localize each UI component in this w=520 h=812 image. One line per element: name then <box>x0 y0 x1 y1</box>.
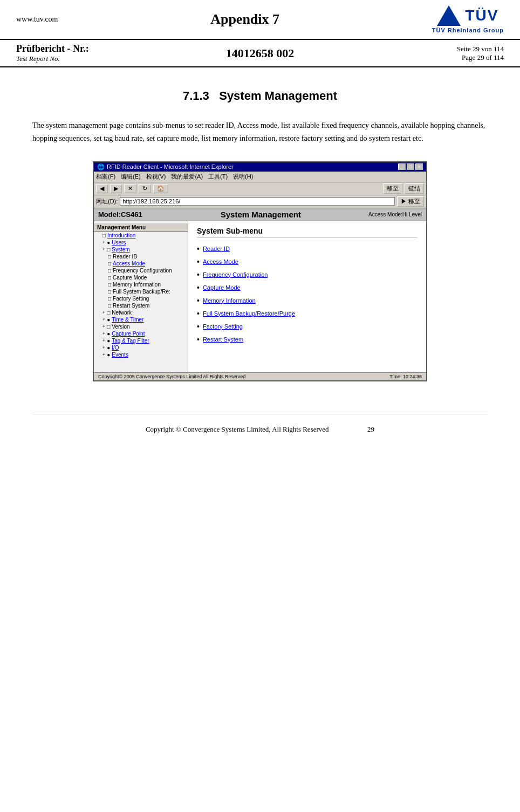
sidebar-link-io[interactable]: I/O <box>112 345 119 351</box>
screenshot-container: 🌐 RFID Reader Client - Microsoft Interne… <box>93 161 427 381</box>
sidebar-link-accessmode[interactable]: Access Mode <box>113 261 145 267</box>
sidebar-item-factory[interactable]: □ Factory Setting <box>94 295 188 302</box>
sidebar-link-timetimer[interactable]: Time & Timer <box>112 317 143 323</box>
menu-tools[interactable]: 工具(T) <box>208 173 228 181</box>
sidebar-label-readerid: Reader ID <box>113 254 138 260</box>
sidebar-item-system[interactable]: + □ System <box>94 246 188 253</box>
menu-file[interactable]: 档案(F) <box>96 173 115 181</box>
submenu-link-accessmode[interactable]: Access Mode <box>203 258 238 265</box>
main-panel-title: System Sub-menu <box>197 227 418 238</box>
plus-icon-tagfilter: + <box>102 338 105 343</box>
sidebar-item-fullbackup[interactable]: □ Full System Backup/Re: <box>94 288 188 295</box>
bullet-restart: • <box>197 335 200 344</box>
tuv-rheinland-label: TÜV Rheinland Group <box>432 27 504 33</box>
app-model-label: Model:CS461 <box>98 210 142 219</box>
submenu-link-restart[interactable]: Restart System <box>203 336 243 343</box>
main-panel: System Sub-menu • Reader ID • Access Mod… <box>188 221 426 372</box>
sidebar-item-network[interactable]: + □ Network <box>94 309 188 316</box>
sidebar-label-capturemode: Capture Mode <box>113 275 147 281</box>
page-number: 29 <box>367 425 374 433</box>
sidebar-icon-network: □ <box>107 310 110 316</box>
bullet-capturemode: • <box>197 283 200 292</box>
page-header: www.tuv.com Appendix 7 TÜV TÜV Rheinland… <box>0 0 520 40</box>
sidebar-icon-accessmode: □ <box>108 261 111 267</box>
sidebar-link-capturepoint[interactable]: Capture Point <box>112 331 145 337</box>
section-title: 7.1.3 System Management <box>32 89 488 103</box>
app-area: Model:CS461 System Management Access Mod… <box>94 208 426 380</box>
forward-button[interactable]: ▶ <box>110 184 122 193</box>
sidebar-link-system[interactable]: System <box>112 247 129 253</box>
sidebar-link-introduction[interactable]: Introduction <box>107 233 135 238</box>
sidebar-item-users[interactable]: + ● Users <box>94 239 188 246</box>
sidebar-label-memoryinfo: Memory Information <box>113 282 161 288</box>
sidebar-item-restart[interactable]: □ Restart System <box>94 302 188 309</box>
ie-win-controls[interactable]: _ □ × <box>398 163 423 170</box>
goto-button[interactable]: 移至 <box>383 183 402 194</box>
submenu-item-capturemode: • Capture Mode <box>197 283 418 292</box>
back-button[interactable]: ◀ <box>96 184 108 193</box>
address-input[interactable] <box>120 197 395 206</box>
appendix-title: Appendix 7 <box>210 11 279 28</box>
sidebar-item-introduction[interactable]: □ Introduction <box>94 232 188 239</box>
sidebar-icon-events: ● <box>107 352 110 358</box>
sidebar-item-capturepoint[interactable]: + ● Capture Point <box>94 330 188 337</box>
footer-time-value: 10:24:36 <box>403 374 422 379</box>
sidebar-label-network: Network <box>112 310 132 316</box>
bullet-factory: • <box>197 322 200 331</box>
sidebar-item-capturemode[interactable]: □ Capture Mode <box>94 274 188 281</box>
sidebar-item-freqconfig[interactable]: □ Frequency Configuration <box>94 267 188 274</box>
sidebar-icon-capturepoint: ● <box>107 331 110 337</box>
submenu-link-readerid[interactable]: Reader ID <box>203 245 230 252</box>
sidebar-label-factory: Factory Setting <box>113 296 149 302</box>
bullet-memoryinfo: • <box>197 296 200 305</box>
report-nr-label: Prüfbericht - Nr.: <box>16 43 179 54</box>
app-footer: Copyright© 2005 Convergence Systems Limi… <box>94 372 426 380</box>
website-label: www.tuv.com <box>16 15 58 24</box>
submenu-link-freqconfig[interactable]: Frequency Configuration <box>203 271 268 278</box>
sidebar-item-tagfilter[interactable]: + ● Tag & Tag Filter <box>94 337 188 344</box>
go-button[interactable]: ▶ 移至 <box>397 196 424 207</box>
sidebar-item-version[interactable]: + □ Version <box>94 323 188 330</box>
plus-icon-network: + <box>102 310 105 315</box>
sidebar-item-io[interactable]: + ● I/O <box>94 344 188 351</box>
links-button[interactable]: 链结 <box>405 183 424 194</box>
sidebar-link-users[interactable]: Users <box>112 240 126 245</box>
sidebar-item-events[interactable]: + ● Events <box>94 351 188 358</box>
sidebar-item-accessmode[interactable]: □ Access Mode <box>94 260 188 267</box>
sidebar: Management Menu □ Introduction + ● Users… <box>94 221 188 372</box>
refresh-button[interactable]: ↻ <box>139 184 151 193</box>
ie-title-label: RFID Reader Client - Microsoft Internet … <box>107 163 234 170</box>
sidebar-item-timetimer[interactable]: + ● Time & Timer <box>94 316 188 323</box>
tuv-text: TÜV <box>465 7 498 24</box>
submenu-link-fullbackup[interactable]: Full System Backup/Restore/Purge <box>203 310 295 317</box>
sidebar-item-readerid[interactable]: □ Reader ID <box>94 253 188 260</box>
sidebar-link-tagfilter[interactable]: Tag & Tag Filter <box>112 338 149 344</box>
sidebar-header: Management Menu <box>94 223 188 232</box>
plus-icon-io: + <box>102 345 105 350</box>
report-info-bar: Prüfbericht - Nr.: Test Report No. 14012… <box>0 40 520 67</box>
submenu-link-capturemode[interactable]: Capture Mode <box>203 284 241 291</box>
address-label: 网址(D): <box>96 197 118 206</box>
minimize-button[interactable]: _ <box>398 163 406 170</box>
submenu-link-memoryinfo[interactable]: Memory Information <box>203 297 256 304</box>
maximize-button[interactable]: □ <box>407 163 414 170</box>
submenu-link-factory[interactable]: Factory Setting <box>203 323 243 330</box>
stop-button[interactable]: ✕ <box>124 184 136 193</box>
close-button[interactable]: × <box>415 163 423 170</box>
access-mode-label: Access Mode:Hi Level <box>368 211 422 217</box>
sidebar-link-events[interactable]: Events <box>112 352 128 358</box>
menu-view[interactable]: 检视(V) <box>146 173 166 181</box>
page-de: Seite 29 von 114 <box>457 45 504 53</box>
plus-icon-capturepoint: + <box>102 331 105 336</box>
menu-help[interactable]: 说明(H) <box>233 173 253 181</box>
menu-edit[interactable]: 编辑(E) <box>121 173 141 181</box>
home-button[interactable]: 🏠 <box>153 184 168 193</box>
sidebar-icon-readerid: □ <box>108 254 111 260</box>
menu-favorites[interactable]: 我的最爱(A) <box>171 173 203 181</box>
plus-icon-timetimer: + <box>102 317 105 322</box>
sidebar-item-memoryinfo[interactable]: □ Memory Information <box>94 281 188 288</box>
sidebar-icon-freqconfig: □ <box>108 268 111 274</box>
bullet-freqconfig: • <box>197 270 200 279</box>
sidebar-icon-fullbackup: □ <box>108 289 111 295</box>
footer-time-label: Time: <box>389 374 401 379</box>
